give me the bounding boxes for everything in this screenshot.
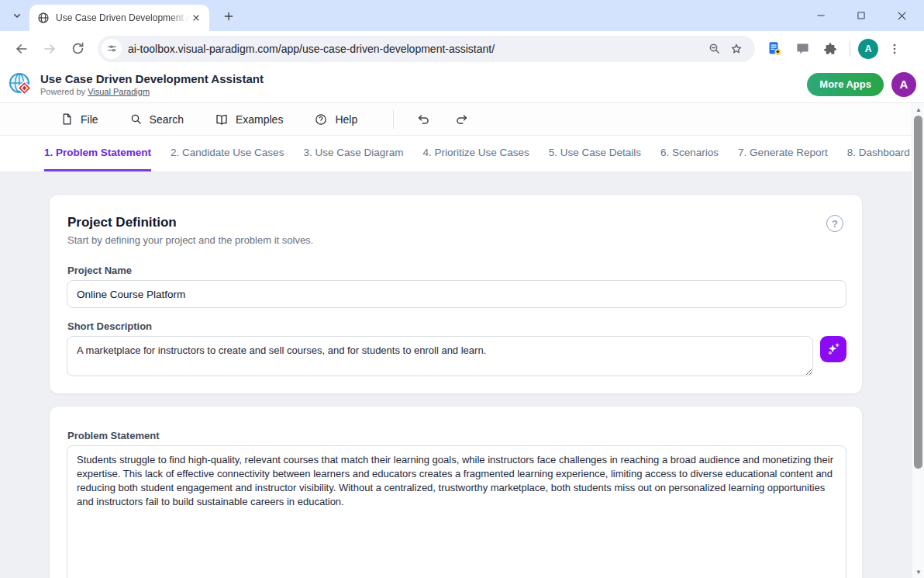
forward-button[interactable] [37,36,62,61]
header-right: More Apps A [807,72,916,97]
tab-generate-report[interactable]: 7. Generate Report [738,136,828,171]
browser-tab-strip: Use Case Driven Development Assistant [0,0,924,31]
scroll-down-icon[interactable]: ▼ [912,566,924,577]
site-info-icon[interactable] [102,39,122,59]
app-title: Use Case Driven Development Assistant [40,72,264,86]
short-description-textarea[interactable]: A marketplace for instructors to create … [67,336,813,376]
zoom-out-icon[interactable] [704,38,726,60]
file-icon [60,112,74,126]
project-name-label: Project Name [67,265,132,276]
problem-statement-label: Problem Statement [67,430,159,441]
card-subtitle: Start by defining your project and the p… [67,234,313,246]
short-description-label: Short Description [67,320,152,332]
card-help-icon[interactable]: ? [826,215,843,232]
extensions-puzzle-icon[interactable] [819,37,842,61]
tab-scenarios[interactable]: 6. Scenarios [660,136,719,171]
redo-button[interactable] [450,108,474,131]
menu-help[interactable]: Help [314,112,357,126]
app-menubar: File Search Examples Help [0,103,912,136]
app-titles: Use Case Driven Development Assistant Po… [40,72,264,97]
tab-close-icon[interactable] [189,11,203,25]
close-window-button[interactable] [891,5,912,26]
book-icon [215,112,229,126]
project-definition-card: Project Definition Start by defining you… [49,194,863,394]
search-icon [129,112,143,126]
reading-list-icon[interactable] [763,37,786,61]
feedback-bubble-icon[interactable] [791,37,814,61]
problem-statement-card: Problem Statement Students struggle to f… [49,406,863,578]
tab-dashboard[interactable]: 8. Dashboard [847,136,910,171]
more-apps-button[interactable]: More Apps [807,73,884,96]
reload-button[interactable] [65,36,90,61]
tab-use-case-diagram[interactable]: 3. Use Case Diagram [303,136,403,171]
bookmark-star-icon[interactable] [726,38,747,60]
tab-prioritize-use-cases[interactable]: 4. Prioritize Use Cases [422,136,529,171]
project-name-input[interactable] [67,280,846,308]
ai-generate-button[interactable] [820,336,846,362]
page-scrollbar[interactable]: ▲ ▼ [912,103,924,578]
window-controls [811,0,918,31]
url-bar[interactable]: ai-toolbox.visual-paradigm.com/app/use-c… [98,36,755,62]
browser-toolbar: ai-toolbox.visual-paradigm.com/app/use-c… [0,31,924,66]
back-button[interactable] [9,36,34,61]
menubar-divider [393,110,394,129]
menu-examples[interactable]: Examples [215,112,283,126]
problem-statement-textarea[interactable]: Students struggle to find high-quality, … [67,445,846,578]
globe-favicon-icon [37,12,50,24]
tab-use-case-details[interactable]: 5. Use Case Details [549,136,641,171]
card-title: Project Definition [67,215,177,230]
scroll-up-icon[interactable]: ▲ [912,104,924,115]
maximize-button[interactable] [851,5,871,26]
visual-paradigm-link[interactable]: Visual Paradigm [88,87,150,96]
browser-menu-dots-icon[interactable] [883,37,906,61]
tab-title: Use Case Driven Development Assistant [56,12,189,23]
redo-icon [454,112,470,127]
powered-by: Powered by Visual Paradigm [40,86,264,97]
undo-button[interactable] [411,108,436,131]
step-tabs: 1. Problem Statement 2. Candidate Use Ca… [0,136,912,172]
visual-paradigm-logo [8,71,34,98]
tab-search-button[interactable] [6,5,28,26]
new-tab-button[interactable] [219,6,239,26]
browser-tab[interactable]: Use Case Driven Development Assistant [29,5,209,31]
page-content: Project Definition Start by defining you… [0,172,912,578]
app-header: Use Case Driven Development Assistant Po… [0,66,924,103]
menu-search[interactable]: Search [129,112,184,126]
tab-problem-statement[interactable]: 1. Problem Statement [44,136,151,171]
help-icon [314,112,328,126]
chevron-down-icon [11,9,23,22]
sparkles-icon [826,341,841,357]
toolbar-right-icons: A [763,37,906,61]
scrollbar-thumb[interactable] [914,116,922,469]
toolbar-divider [850,41,850,57]
user-avatar[interactable]: A [891,72,916,97]
tab-candidate-use-cases[interactable]: 2. Candidate Use Cases [171,136,284,171]
minimize-button[interactable] [811,5,831,26]
menu-file[interactable]: File [60,112,98,126]
url-text[interactable]: ai-toolbox.visual-paradigm.com/app/use-c… [128,43,704,55]
browser-profile-avatar[interactable]: A [858,39,878,59]
undo-icon [415,112,431,127]
browser-window: Use Case Driven Development Assistant [0,0,924,578]
